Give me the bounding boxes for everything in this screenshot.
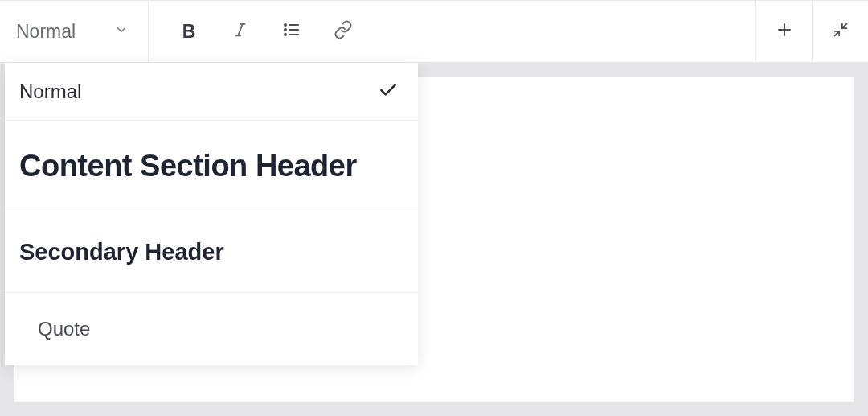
text-style-dropdown: Normal Content Section Header Secondary … <box>5 63 418 365</box>
bold-icon: B <box>182 21 196 43</box>
style-option-content-section-header[interactable]: Content Section Header <box>5 121 418 212</box>
chevron-down-icon <box>114 23 129 40</box>
style-option-label: Secondary Header <box>19 239 224 266</box>
svg-point-3 <box>285 24 286 26</box>
link-icon <box>334 20 353 43</box>
format-buttons-group: B <box>149 1 354 62</box>
svg-point-5 <box>285 34 286 35</box>
style-option-quote[interactable]: Quote <box>5 293 418 365</box>
add-button[interactable] <box>755 1 812 62</box>
editor-toolbar: Normal B <box>0 0 868 63</box>
collapse-button[interactable] <box>812 1 868 62</box>
style-option-label: Content Section Header <box>19 149 357 183</box>
link-button[interactable] <box>332 20 354 43</box>
toolbar-right-group <box>755 1 868 62</box>
italic-icon <box>231 21 249 42</box>
style-option-label: Quote <box>35 318 90 340</box>
text-style-selector[interactable]: Normal <box>0 1 149 62</box>
style-option-normal[interactable]: Normal <box>5 63 418 121</box>
bullet-list-button[interactable] <box>280 20 303 43</box>
list-icon <box>282 20 301 43</box>
text-style-label: Normal <box>16 21 76 43</box>
style-option-label: Normal <box>19 80 81 103</box>
bold-button[interactable]: B <box>178 20 200 43</box>
collapse-icon <box>832 21 850 42</box>
svg-line-0 <box>238 24 243 36</box>
check-icon <box>378 80 399 104</box>
plus-icon <box>775 20 794 43</box>
svg-point-4 <box>285 29 286 31</box>
italic-button[interactable] <box>229 20 252 43</box>
style-option-secondary-header[interactable]: Secondary Header <box>5 212 418 293</box>
